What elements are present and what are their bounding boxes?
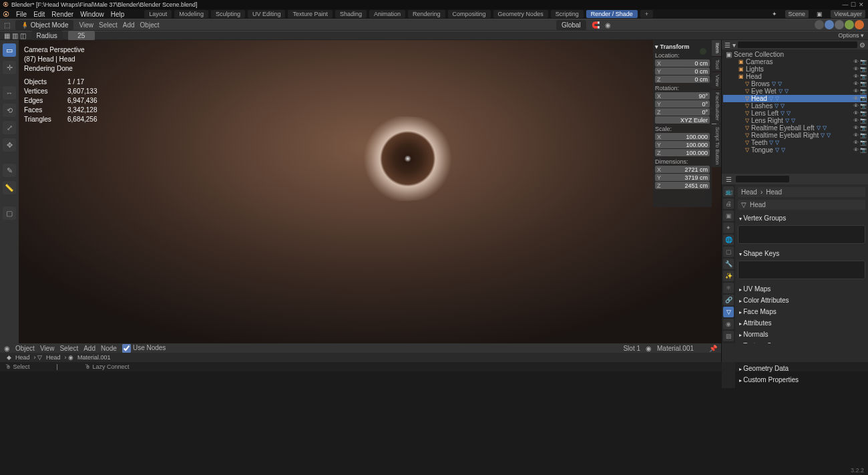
outliner-item[interactable]: ▽ Realtime Eyeball Left ▽ ▽👁📷 xyxy=(723,124,867,132)
props-section[interactable]: UV Maps xyxy=(738,283,865,295)
workspace-tab[interactable]: Geometry Nodes xyxy=(493,10,548,18)
vertex-groups-list[interactable] xyxy=(738,225,865,244)
eye-icon[interactable]: 👁 xyxy=(853,118,859,124)
outliner-filter-icon[interactable]: ⚙ xyxy=(859,41,865,49)
outliner-item[interactable]: ▣ Lights 👁📷 xyxy=(723,65,867,73)
scale-x[interactable]: X100.000 xyxy=(655,133,710,140)
location-x[interactable]: X0 cm xyxy=(655,59,710,67)
workspace-tab[interactable]: Rendering xyxy=(408,10,445,18)
3d-viewport[interactable]: Camera Perspective (87) Head | Head Rend… xyxy=(19,40,721,343)
props-section[interactable]: Custom Properties xyxy=(738,374,865,385)
scene-name[interactable]: Scene xyxy=(785,10,809,18)
n-tab[interactable]: View xyxy=(712,72,721,89)
props-name-field[interactable]: ▽ Head xyxy=(738,200,865,210)
outliner-search[interactable] xyxy=(738,41,857,48)
menu-edit[interactable]: Edit xyxy=(33,11,45,18)
hdr-object[interactable]: Object xyxy=(140,21,160,29)
proportional-icon[interactable]: ◉ xyxy=(605,21,611,29)
props-breadcrumb[interactable]: Head › Head xyxy=(738,187,865,197)
workspace-tab[interactable]: Compositing xyxy=(448,10,491,18)
workspace-tab[interactable]: Sculpting xyxy=(211,10,245,18)
prop-tab-render[interactable]: 📺 xyxy=(723,186,734,197)
outliner-item[interactable]: ▣ Cameras 👁📷 xyxy=(723,58,867,65)
transform-panel-title[interactable]: ▾ Transform xyxy=(655,43,710,50)
eye-icon[interactable]: 👁 xyxy=(853,132,859,138)
render-icon[interactable]: 📷 xyxy=(860,103,867,109)
section-vertex-groups[interactable]: Vertex Groups xyxy=(738,212,865,224)
radius-value[interactable]: 25 xyxy=(68,31,95,41)
prop-tab-material[interactable]: ◉ xyxy=(723,319,734,329)
workspace-tab[interactable]: UV Editing xyxy=(248,10,286,18)
eye-icon[interactable]: 👁 xyxy=(853,96,859,102)
tool-select-box[interactable]: ▭ xyxy=(3,43,16,57)
dimension-z[interactable]: Z2451 cm xyxy=(655,182,710,189)
window-controls[interactable]: —☐✕ xyxy=(841,1,865,8)
outliner-item[interactable]: ▣ Head 👁📷 xyxy=(723,73,867,80)
outliner-item[interactable]: ▽ Lens Right ▽ ▽👁📷 xyxy=(723,117,867,124)
node-mode[interactable]: Object xyxy=(15,345,35,352)
prop-tab-world[interactable]: 🌐 xyxy=(723,234,734,245)
menu-file[interactable]: File xyxy=(16,11,27,18)
snap-icon[interactable]: 🧲 xyxy=(592,21,600,29)
location-z[interactable]: Z0 cm xyxy=(655,75,710,83)
prop-tab-scene[interactable]: ✦ xyxy=(723,222,734,233)
outliner-mode-icon[interactable]: ▾ xyxy=(732,41,736,49)
node-editor-type-icon[interactable]: ◉ xyxy=(4,345,10,352)
editor-type-icon[interactable]: ⬚ xyxy=(4,21,10,29)
eye-icon[interactable]: 👁 xyxy=(853,140,859,146)
render-icon[interactable]: 📷 xyxy=(860,140,867,146)
props-search[interactable] xyxy=(736,176,789,182)
outliner-type-icon[interactable]: ☰ xyxy=(724,41,730,49)
n-tab[interactable]: Item xyxy=(712,40,721,56)
bc-mat[interactable]: Material.001 xyxy=(77,354,111,361)
workspace-tab[interactable]: + xyxy=(640,10,653,18)
eye-icon[interactable]: 👁 xyxy=(853,81,859,87)
prop-tab-modifier[interactable]: 🔧 xyxy=(723,259,734,269)
node-menu-select[interactable]: Select xyxy=(59,345,78,352)
props-section[interactable]: Geometry Data xyxy=(738,363,865,374)
eye-icon[interactable]: 👁 xyxy=(853,88,859,94)
crumb-obj[interactable]: Head xyxy=(741,188,757,196)
eye-icon[interactable]: 👁 xyxy=(853,66,859,72)
tool-move[interactable]: ↔ xyxy=(3,86,16,100)
workspace-tab[interactable]: Shading xyxy=(335,10,367,18)
tool-rotate[interactable]: ⟲ xyxy=(3,104,16,117)
rotation-y[interactable]: Y0° xyxy=(655,100,710,108)
tool-measure[interactable]: 📏 xyxy=(3,181,16,194)
outliner-item[interactable]: ▽ Head ▽ ▽👁📷 xyxy=(723,95,867,102)
prop-tab-texture[interactable]: ▨ xyxy=(723,331,734,341)
workspace-tab[interactable]: Layout xyxy=(144,10,172,18)
prop-tab-viewlayer[interactable]: ▣ xyxy=(723,210,734,221)
prop-tab-output[interactable]: 🖨 xyxy=(723,198,734,209)
bc-data[interactable]: Head xyxy=(46,354,61,361)
props-section[interactable]: Color Attributes xyxy=(738,295,865,306)
render-icon[interactable]: 📷 xyxy=(860,118,867,124)
node-menu-view[interactable]: View xyxy=(40,345,55,352)
rotation-x[interactable]: X90° xyxy=(655,92,710,100)
rotation-z[interactable]: Z0° xyxy=(655,108,710,116)
dimension-y[interactable]: Y3719 cm xyxy=(655,174,710,181)
node-menu-node[interactable]: Node xyxy=(101,345,117,352)
n-tab[interactable]: Script To Button xyxy=(712,124,721,167)
eye-icon[interactable]: 👁 xyxy=(853,59,859,65)
menu-render[interactable]: Render xyxy=(51,11,73,18)
tool-transform[interactable]: ✥ xyxy=(3,138,16,152)
viewlayer-name[interactable]: ViewLayer xyxy=(831,10,865,18)
render-icon[interactable]: 📷 xyxy=(860,88,867,94)
n-tab[interactable]: Tool xyxy=(712,57,721,72)
eye-icon[interactable]: 👁 xyxy=(853,103,859,109)
eye-icon[interactable]: 👁 xyxy=(853,110,859,116)
render-icon[interactable]: 📷 xyxy=(860,132,867,138)
menu-help[interactable]: Help xyxy=(111,11,125,18)
material-name[interactable]: Material.001 xyxy=(657,345,704,352)
tool-icons[interactable]: ▦ ▥ ◫ xyxy=(4,32,26,39)
render-icon[interactable]: 📷 xyxy=(860,110,867,116)
scale-y[interactable]: Y100.000 xyxy=(655,141,710,148)
render-icon[interactable]: 📷 xyxy=(860,147,867,153)
hdr-view[interactable]: View xyxy=(79,21,93,29)
hdr-select[interactable]: Select xyxy=(99,21,118,29)
outliner-item[interactable]: ▽ Teeth ▽ ▽👁📷 xyxy=(723,139,867,146)
shading-buttons[interactable] xyxy=(815,20,864,29)
rotation-mode[interactable]: XYZ Euler xyxy=(655,116,710,124)
location-y[interactable]: Y0 cm xyxy=(655,67,710,75)
